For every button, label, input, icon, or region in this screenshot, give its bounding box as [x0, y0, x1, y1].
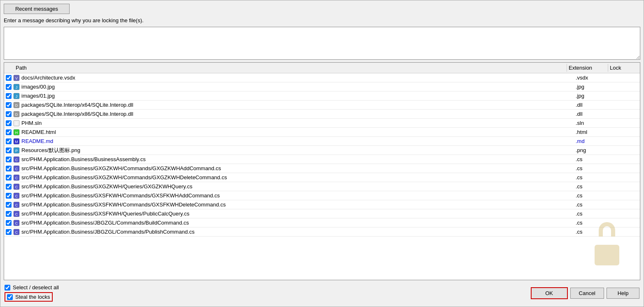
column-header-lock: Lock: [608, 64, 633, 72]
file-path-text: docs/Architecture.vsdx: [21, 75, 75, 81]
row-lock: [615, 223, 640, 223]
row-extension: .cs: [574, 228, 615, 235]
row-path-cell: Csrc/PHM.Application.Business/GXGZKWH/Qu…: [4, 183, 574, 190]
file-path-text: packages/SQLite.Interop/x86/SQLite.Inter…: [21, 111, 133, 117]
row-extension: .dll: [574, 101, 615, 108]
table-row: Csrc/PHM.Application.Business/GXGZKWH/Qu…: [4, 182, 640, 191]
table-row: Csrc/PHM.Application.Business/JBGZGL/Com…: [4, 218, 640, 227]
row-lock: [615, 186, 640, 187]
row-extension: .cs: [574, 183, 615, 190]
row-extension: .dll: [574, 110, 615, 117]
svg-text:H: H: [15, 131, 18, 135]
table-row: MREADME.md.md: [4, 137, 640, 146]
file-path-text: src/PHM.Application.Business/GXGZKWH/Com…: [21, 165, 221, 171]
row-lock: [615, 114, 640, 115]
file-icon: P: [13, 147, 20, 154]
row-checkbox[interactable]: [6, 148, 12, 153]
file-path-text: images/00.jpg: [21, 84, 55, 90]
row-checkbox[interactable]: [6, 175, 12, 180]
svg-text:D: D: [15, 112, 18, 117]
row-extension: .cs: [574, 210, 615, 217]
row-path-cell: Csrc/PHM.Application.Business/GXSFKWH/Co…: [4, 201, 574, 209]
table-header: Path Extension Lock: [4, 63, 640, 73]
file-icon: D: [13, 111, 20, 117]
svg-text:J: J: [16, 85, 18, 89]
table-row: Vdocs/Architecture.vsdx.vsdx: [4, 73, 640, 82]
svg-text:J: J: [16, 94, 18, 98]
row-path-cell: Csrc/PHM.Application.Business/BusinessAs…: [4, 156, 574, 163]
message-input[interactable]: [4, 27, 640, 60]
table-body: Vdocs/Architecture.vsdx.vsdxJimages/00.j…: [4, 73, 640, 280]
row-checkbox[interactable]: [6, 166, 12, 171]
file-path-text: README.html: [21, 129, 56, 135]
file-icon: C: [13, 165, 20, 172]
steal-locks-label: Steal the locks: [15, 294, 50, 300]
svg-text:C: C: [15, 167, 18, 171]
table-row: HREADME.html.html: [4, 128, 640, 137]
lock-files-dialog: Recent messages Enter a message describi…: [0, 0, 644, 307]
file-icon: J: [13, 84, 20, 90]
row-checkbox[interactable]: [6, 138, 12, 144]
row-checkbox[interactable]: [6, 129, 12, 135]
svg-text:C: C: [15, 203, 18, 207]
svg-text:C: C: [15, 221, 18, 225]
row-checkbox[interactable]: [6, 157, 12, 162]
row-path-cell: Dpackages/SQLite.Interop/x86/SQLite.Inte…: [4, 110, 574, 118]
select-all-checkbox[interactable]: [5, 285, 10, 291]
row-checkbox[interactable]: [6, 211, 12, 217]
file-path-text: src/PHM.Application.Business/JBGZGL/Comm…: [21, 229, 194, 235]
file-path-text: src/PHM.Application.Business/GXGZKWH/Com…: [21, 174, 227, 180]
cancel-button[interactable]: Cancel: [570, 288, 604, 299]
table-row: Csrc/PHM.Application.Business/BusinessAs…: [4, 155, 640, 164]
row-extension: .png: [574, 147, 615, 154]
bottom-right: OK Cancel Help: [531, 287, 639, 299]
table-row: Csrc/PHM.Application.Business/GXGZKWH/Co…: [4, 164, 640, 173]
steal-locks-checkbox[interactable]: [7, 294, 13, 300]
row-lock: [615, 232, 640, 232]
file-icon: C: [13, 183, 20, 190]
file-path-text: src/PHM.Application.Business/GXSFKWH/Com…: [21, 192, 220, 199]
file-icon: C: [13, 211, 20, 217]
file-icon: S: [13, 120, 20, 127]
row-checkbox[interactable]: [6, 102, 12, 108]
row-extension: .cs: [574, 174, 615, 181]
file-icon: V: [13, 75, 20, 81]
row-checkbox[interactable]: [6, 111, 12, 117]
recent-messages-button[interactable]: Recent messages: [4, 4, 70, 14]
row-lock: [615, 96, 640, 96]
row-path-cell: Jimages/01.jpg: [4, 92, 574, 100]
file-path-text: packages/SQLite.Interop/x64/SQLite.Inter…: [21, 102, 133, 108]
row-extension: .vsdx: [574, 74, 615, 81]
row-lock: [615, 105, 640, 105]
table-row: Csrc/PHM.Application.Business/GXSFKWH/Co…: [4, 200, 640, 209]
row-extension: .md: [574, 138, 615, 145]
row-extension: .cs: [574, 165, 615, 172]
row-path-cell: Csrc/PHM.Application.Business/GXGZKWH/Co…: [4, 174, 574, 181]
row-checkbox[interactable]: [6, 75, 12, 81]
row-checkbox[interactable]: [6, 93, 12, 99]
row-checkbox[interactable]: [6, 120, 12, 126]
row-checkbox[interactable]: [6, 84, 12, 90]
row-checkbox[interactable]: [6, 202, 12, 208]
help-button[interactable]: Help: [607, 288, 639, 299]
svg-text:C: C: [15, 185, 18, 189]
table-row: Jimages/01.jpg.jpg: [4, 91, 640, 101]
file-icon: C: [13, 229, 20, 235]
ok-button[interactable]: OK: [531, 287, 568, 299]
bottom-left: Select / deselect all Steal the locks: [5, 284, 531, 302]
file-path-text: src/PHM.Application.Business/GXSFKWH/Com…: [21, 202, 226, 208]
row-checkbox[interactable]: [6, 184, 12, 190]
steal-locks-row: Steal the locks: [5, 292, 53, 302]
row-lock: [615, 87, 640, 87]
row-extension: .jpg: [574, 83, 615, 90]
row-checkbox[interactable]: [6, 220, 12, 226]
row-extension: .cs: [574, 219, 615, 226]
row-checkbox[interactable]: [6, 193, 12, 199]
row-checkbox[interactable]: [6, 229, 12, 235]
row-path-cell: PResources/默认图标.png: [4, 146, 574, 155]
svg-text:C: C: [15, 230, 18, 234]
row-lock: [615, 123, 640, 124]
file-icon: H: [13, 129, 20, 136]
svg-text:V: V: [15, 76, 18, 80]
file-path-text: README.md: [21, 138, 53, 144]
